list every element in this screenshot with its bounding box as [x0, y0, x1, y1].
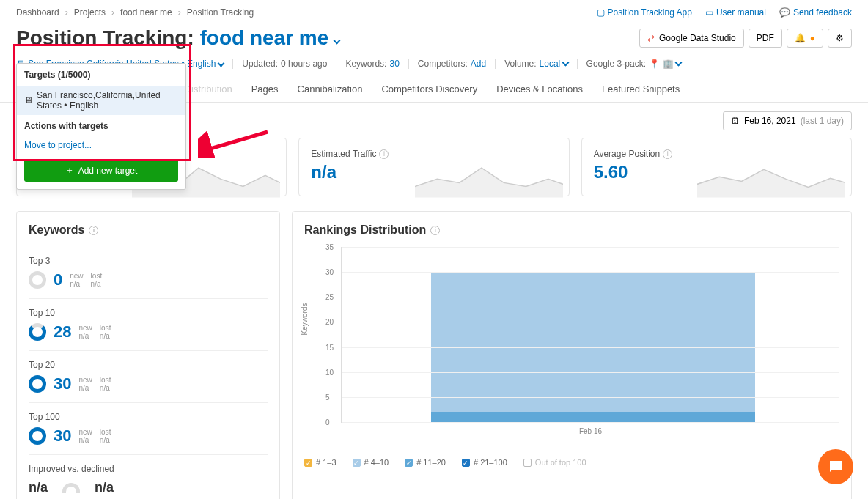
updated-label: Updated: 0 hours ago: [233, 59, 336, 69]
improved-declined-block: Improved vs. declined n/a n/a: [29, 455, 268, 495]
map-pin-icon[interactable]: 📍: [649, 59, 660, 69]
top20-value: 30: [54, 374, 71, 393]
business-icon[interactable]: 🏢: [663, 59, 681, 69]
top3-block: Top 3 0 newn/a lostn/a: [29, 247, 268, 299]
volume-link[interactable]: Local: [540, 59, 568, 69]
donut-icon: [29, 323, 46, 341]
pdf-button[interactable]: PDF: [749, 29, 782, 48]
keywords-count: Keywords: 30: [336, 59, 408, 69]
info-icon[interactable]: i: [379, 149, 389, 159]
plus-icon: ＋: [65, 164, 74, 177]
top100-sub: newn/a lostn/a: [78, 428, 111, 444]
info-icon[interactable]: i: [663, 149, 672, 159]
target-item[interactable]: 🖥San Francisco,California,United States …: [17, 86, 185, 115]
settings-button[interactable]: ⚙: [828, 29, 852, 48]
bar-11-20: [431, 412, 754, 422]
position-tracking-app-link[interactable]: ▢Position Tracking App: [597, 7, 692, 18]
breadcrumb: Dashboard › Projects › food near me › Po…: [0, 0, 868, 25]
info-icon[interactable]: i: [430, 226, 440, 235]
legend-item[interactable]: ✓# 11–20: [405, 458, 446, 467]
mobile-icon: ▢: [597, 7, 605, 18]
move-to-project-link[interactable]: Move to project...: [17, 137, 185, 156]
top20-sub: newn/a lostn/a: [78, 376, 111, 392]
top10-label: Top 10: [29, 308, 268, 318]
sparkline: [415, 153, 563, 198]
rankings-title: Rankings Distributioni: [304, 223, 839, 237]
gear-icon: ⚙: [836, 33, 844, 43]
notifications-button[interactable]: 🔔 ●: [787, 29, 823, 48]
improved-label: Improved vs. declined: [29, 464, 268, 474]
top20-block: Top 20 30 newn/a lostn/a: [29, 351, 268, 403]
chart-ylabel: Keywords: [301, 303, 309, 336]
keywords-panel: Keywordsi Top 3 0 newn/a lostn/a Top 10 …: [16, 211, 280, 499]
add-new-target-button[interactable]: ＋Add new target: [24, 159, 178, 182]
top100-block: Top 100 30 newn/a lostn/a: [29, 403, 268, 455]
tab-pages[interactable]: Pages: [250, 76, 280, 102]
tab-competitors-discovery[interactable]: Competitors Discovery: [380, 76, 479, 102]
page-title: Position Tracking: food near me: [16, 26, 339, 50]
top3-label: Top 3: [29, 256, 268, 266]
calendar-icon: 🗓: [731, 116, 740, 126]
chart-xtick: Feb 16: [579, 427, 602, 435]
breadcrumb-dashboard[interactable]: Dashboard: [16, 7, 59, 18]
top20-label: Top 20: [29, 360, 268, 370]
project-name[interactable]: food near me: [199, 26, 339, 49]
book-icon: ▭: [705, 7, 713, 18]
title-actions: ⇄Google Data Studio PDF 🔔 ● ⚙: [639, 29, 852, 48]
keywords-title: Keywordsi: [29, 223, 268, 237]
legend-item[interactable]: ✓# 4–10: [353, 458, 389, 467]
avgpos-card: Average Positioni 5.60: [581, 138, 852, 196]
donut-icon: [29, 271, 46, 289]
improved-value: n/a: [29, 480, 48, 495]
chevron-down-icon: [218, 59, 225, 67]
keywords-link[interactable]: 30: [389, 59, 399, 69]
gds-icon: ⇄: [647, 33, 655, 43]
sparkline: [697, 153, 845, 198]
chevron-down-icon: [334, 37, 341, 45]
breadcrumb-project[interactable]: food near me: [120, 7, 172, 18]
chart-legend: ✓# 1–3✓# 4–10✓# 11–20✓# 21–100Out of top…: [304, 458, 839, 467]
desktop-icon: 🖥: [24, 95, 33, 106]
tab-featured-snippets[interactable]: Featured Snippets: [600, 76, 681, 102]
competitors-add-link[interactable]: Add: [471, 59, 486, 69]
comment-icon: 💬: [779, 7, 790, 18]
breadcrumb-projects[interactable]: Projects: [74, 7, 106, 18]
donut-icon: [29, 427, 46, 445]
chat-bubble[interactable]: [818, 449, 853, 484]
rankings-distribution-panel: Rankings Distributioni Keywords Feb 16 0…: [292, 211, 852, 499]
top3-value: 0: [54, 270, 62, 289]
tab-cannibalization[interactable]: Cannibalization: [296, 76, 364, 102]
legend-item[interactable]: Out of top 100: [523, 458, 586, 467]
chevron-right-icon: ›: [111, 7, 114, 18]
bell-icon: 🔔: [795, 33, 806, 43]
top10-sub: newn/a lostn/a: [78, 324, 111, 340]
top100-label: Top 100: [29, 412, 268, 422]
header-links: ▢Position Tracking App ▭User manual 💬Sen…: [597, 7, 853, 18]
targets-header: Targets (1/5000): [17, 64, 185, 86]
top10-value: 28: [54, 322, 71, 341]
chevron-down-icon: [562, 59, 569, 67]
rankings-chart: Keywords Feb 16 05101520253035: [304, 247, 839, 445]
top100-value: 30: [54, 426, 71, 446]
donut-icon: [29, 375, 46, 393]
title-row: Position Tracking: food near me ⇄Google …: [0, 25, 868, 56]
chevron-right-icon: ›: [178, 7, 181, 18]
info-icon[interactable]: i: [89, 226, 98, 235]
date-picker[interactable]: 🗓 Feb 16, 2021 (last 1 day): [723, 111, 852, 130]
legend-item[interactable]: ✓# 21–100: [462, 458, 507, 467]
google-3pack-label: Google 3-pack: 📍 🏢: [578, 59, 691, 69]
tab-devices-locations[interactable]: Devices & Locations: [495, 76, 584, 102]
user-manual-link[interactable]: ▭User manual: [705, 7, 766, 18]
top3-sub: newn/a lostn/a: [70, 272, 102, 288]
legend-item[interactable]: ✓# 1–3: [304, 458, 336, 467]
arc-icon: [62, 483, 80, 493]
competitors-label: Competitors: Add: [409, 59, 496, 69]
chevron-right-icon: ›: [65, 7, 68, 18]
google-data-studio-button[interactable]: ⇄Google Data Studio: [639, 29, 744, 48]
traffic-card: Estimated Traffici n/a: [298, 138, 569, 196]
chat-icon: [827, 458, 845, 476]
target-dropdown: Targets (1/5000) 🖥San Francisco,Californ…: [16, 63, 186, 190]
declined-value: n/a: [95, 480, 114, 495]
top10-block: Top 10 28 newn/a lostn/a: [29, 299, 268, 351]
send-feedback-link[interactable]: 💬Send feedback: [779, 7, 852, 18]
